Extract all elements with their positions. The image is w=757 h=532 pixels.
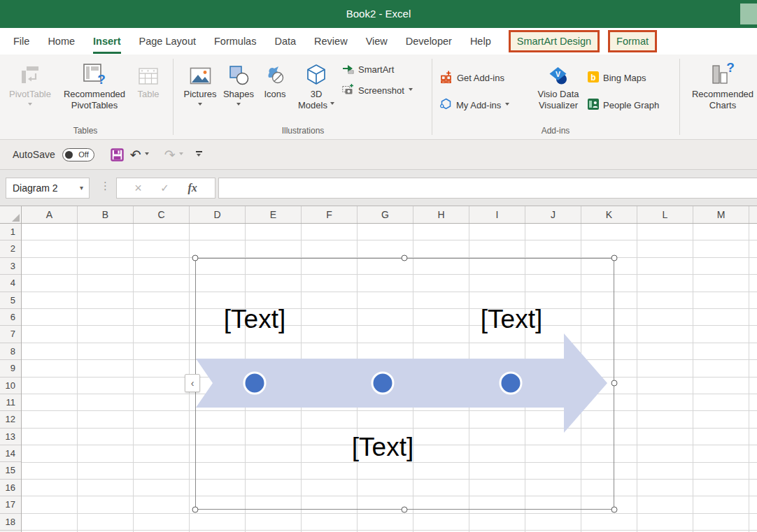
text-pane-toggle-button[interactable]: ‹ (185, 374, 200, 392)
resize-handle-bottom-left[interactable] (192, 507, 199, 513)
smartart-diagram: [Text] [Text] [Text] ‹ (0, 0, 757, 532)
resize-handle-top-left[interactable] (192, 255, 199, 261)
resize-handle-middle-right[interactable] (611, 380, 618, 387)
selection-border (195, 258, 614, 510)
resize-handle-bottom-right[interactable] (611, 507, 618, 513)
resize-handle-top-right[interactable] (611, 255, 618, 261)
resize-handle-bottom-middle[interactable] (402, 507, 408, 513)
excel-window: Book2 - Excel FileHomeInsertPage LayoutF… (0, 0, 757, 532)
resize-handle-top-middle[interactable] (402, 255, 408, 261)
